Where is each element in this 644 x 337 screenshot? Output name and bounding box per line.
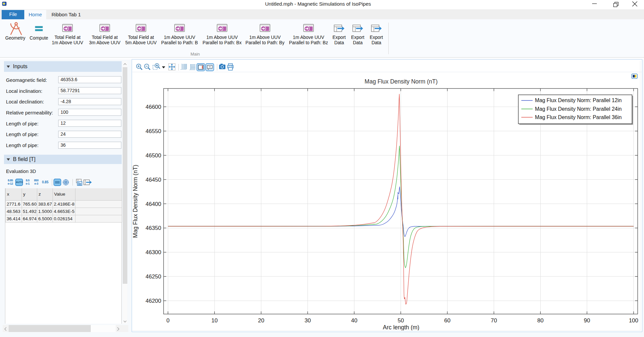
svg-text:46300: 46300 (146, 249, 161, 255)
svg-text:46500: 46500 (146, 152, 161, 159)
svg-text:Mag Flux Density Norm (nT): Mag Flux Density Norm (nT) (365, 78, 438, 85)
svg-text:70: 70 (491, 317, 497, 324)
svg-text:0: 0 (167, 317, 170, 324)
svg-text:80: 80 (537, 317, 544, 324)
svg-text:90: 90 (584, 317, 590, 324)
svg-text:46250: 46250 (146, 273, 161, 280)
svg-text:46550: 46550 (146, 128, 161, 134)
svg-text:20: 20 (258, 317, 264, 324)
svg-text:30: 30 (305, 317, 311, 324)
svg-text:Mag Flux Density Norm: Paralle: Mag Flux Density Norm: Parallel 36in (535, 114, 622, 120)
svg-text:46450: 46450 (146, 177, 161, 183)
svg-text:100: 100 (629, 317, 638, 324)
svg-text:46350: 46350 (146, 225, 161, 231)
svg-text:Mag Flux Density Norm: Paralle: Mag Flux Density Norm: Parallel 12in (535, 97, 622, 103)
svg-text:Arc length (m): Arc length (m) (383, 324, 420, 331)
svg-text:46600: 46600 (146, 104, 161, 110)
svg-text:Mag Flux Density Norm: Paralle: Mag Flux Density Norm: Parallel 24in (535, 106, 622, 112)
svg-text:Mag Flux Density Norm (nT): Mag Flux Density Norm (nT) (132, 165, 139, 238)
svg-text:40: 40 (351, 317, 357, 324)
svg-text:46200: 46200 (146, 298, 161, 304)
svg-text:50: 50 (398, 317, 404, 324)
svg-text:60: 60 (444, 317, 451, 324)
svg-text:10: 10 (211, 317, 218, 324)
svg-text:46400: 46400 (146, 201, 161, 207)
